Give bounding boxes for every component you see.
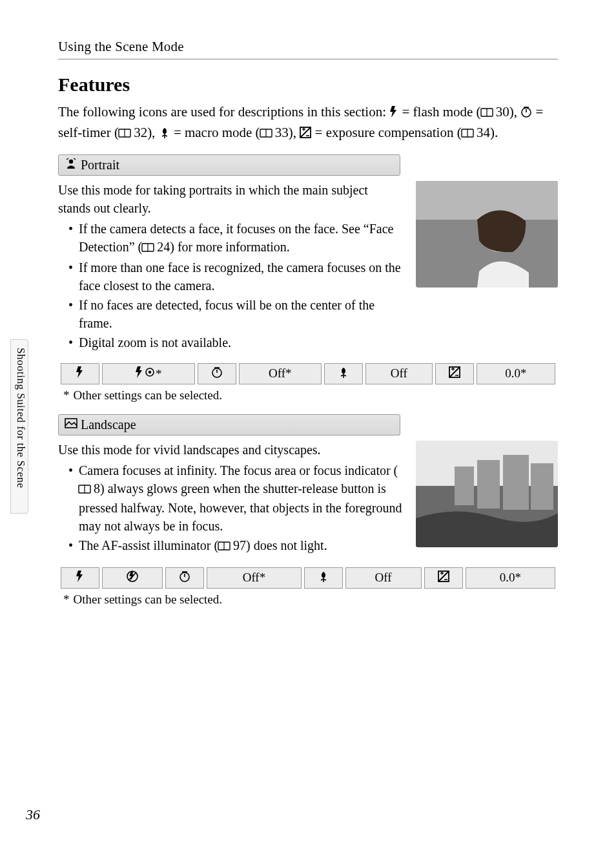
portrait-bullet-2: If more than one face is recognized, the… [70,258,403,295]
book-icon [119,124,130,143]
intro-ref4: 34). [473,125,498,140]
landscape-footnote: *Other settings can be selected. [58,592,558,607]
bullet-ref: 97) does not light. [230,538,327,552]
bullet-ref: 8) always glows green when the shutter-r… [79,481,402,533]
portrait-label: Portrait [81,158,119,173]
flash-header-cell [61,567,99,589]
flash-header-cell [61,363,99,384]
timer-header-cell [165,567,204,589]
book-icon [260,124,272,143]
macro-icon [159,124,170,143]
macro-header-cell [304,567,343,589]
landscape-bullet-1: Camera focuses at infinity. The focus ar… [70,461,403,535]
timer-value-cell: Off* [207,567,301,589]
svg-rect-14 [477,460,500,508]
intro-ref2: 32), [130,125,159,140]
footnote-text: Other settings can be selected. [74,388,223,402]
svg-rect-13 [455,466,474,505]
header-rule [58,59,558,59]
flash-icon [389,103,398,123]
intro-exp-eq: = exposure compensation ( [315,125,462,140]
intro-pre: The following icons are used for descrip… [58,104,389,120]
intro-ref1: 30), [493,104,521,120]
book-icon [218,538,230,556]
intro-paragraph: The following icons are used for descrip… [58,102,558,144]
redeye-icon [144,366,156,378]
flash-value: * [156,367,162,381]
macro-value-cell: Off [345,567,422,589]
portrait-footnote: *Other settings can be selected. [58,388,558,403]
book-icon [79,481,90,499]
portrait-sample-image [416,181,558,288]
flash-value-cell: * [102,363,195,384]
footnote-text: Other settings can be selected. [74,592,223,606]
bullet-text: Camera focuses at infinity. The focus ar… [79,463,398,477]
macro-header-cell [324,363,363,384]
portrait-mode-icon [65,158,77,173]
landscape-lead: Use this mode for vivid landscapes and c… [58,441,403,459]
landscape-bullet-2: The AF-assist illuminator ( 97) does not… [70,536,403,556]
breadcrumb-header: Using the Scene Mode [58,39,558,55]
intro-flash-eq: = flash mode ( [402,104,480,120]
exp-value-cell: 0.0* [466,567,555,589]
landscape-label: Landscape [81,417,136,432]
flash-off-icon [127,571,138,582]
side-tab-label: Shooting Suited for the Scene [13,342,28,494]
portrait-settings-table: * Off* Off 0.0* [58,363,558,384]
exposure-icon [300,124,311,143]
svg-rect-15 [503,455,529,510]
flash-value-cell [102,567,163,589]
landscape-section-bar: Landscape [58,414,400,435]
landscape-sample-image [416,441,558,547]
page-title: Features [58,74,558,96]
portrait-bullet-3: If no faces are detected, focus will be … [70,296,403,332]
book-icon [462,124,473,143]
exp-header-cell [435,363,474,384]
portrait-bullet-4: Digital zoom is not available. [70,333,403,351]
timer-value-cell: Off* [239,363,322,384]
timer-header-cell [198,363,236,384]
intro-ref3: 33), [272,125,300,140]
intro-macro-eq: = macro mode ( [174,125,260,140]
flash-icon [135,366,144,378]
portrait-section-bar: Portrait [58,154,400,176]
landscape-content: Use this mode for vivid landscapes and c… [58,441,558,557]
svg-rect-16 [531,463,553,510]
book-icon [142,239,154,257]
macro-value-cell: Off [365,363,433,384]
portrait-content: Use this mode for taking portraits in wh… [58,181,558,353]
landscape-mode-icon [65,417,77,432]
portrait-bullet-1: If the camera detects a face, it focuses… [70,220,403,257]
exp-header-cell [424,567,463,589]
portrait-lead: Use this mode for taking portraits in wh… [58,181,403,217]
landscape-settings-table: Off* Off 0.0* [58,567,558,589]
page-number: 36 [26,806,40,823]
bullet-ref: 24) for more information. [154,240,290,254]
exp-value-cell: 0.0* [477,363,555,384]
self-timer-icon [520,103,532,123]
bullet-text: The AF-assist illuminator ( [79,538,218,552]
book-icon [481,103,493,123]
